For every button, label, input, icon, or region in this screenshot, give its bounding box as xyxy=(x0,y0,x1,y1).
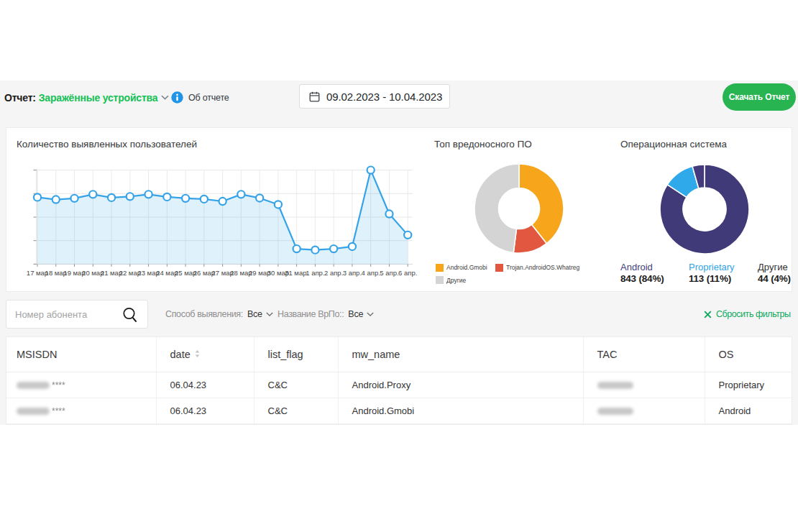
about-report-label[interactable]: Об отчете xyxy=(188,93,229,103)
redacted-msisdn xyxy=(17,408,50,415)
legend-item: Trojan.AndroidOS.Whatreg xyxy=(495,264,579,272)
table-cell xyxy=(583,372,705,398)
chevron-down-icon xyxy=(161,95,169,100)
table-cell: Android xyxy=(705,398,792,423)
table-cell: **** xyxy=(6,398,156,423)
masked-suffix: **** xyxy=(52,380,65,390)
column-header-list_flag: list_flag xyxy=(254,337,338,372)
table-row[interactable]: ****06.04.23C&CAndroid.GmobiAndroid xyxy=(6,398,792,423)
legend-label: Другие xyxy=(446,277,466,284)
malware-name-label: Название ВрПо:: xyxy=(278,309,344,319)
report-select[interactable]: Заражённые устройства xyxy=(39,92,170,104)
column-header-os: OS xyxy=(705,337,792,372)
svg-text:4 апр.: 4 апр. xyxy=(362,269,380,277)
date-range-picker[interactable]: 09.02.2023 - 10.04.2023 xyxy=(299,84,450,109)
download-report-button[interactable]: Скачать Отчет xyxy=(723,83,796,111)
redacted-tac xyxy=(597,382,633,389)
table-cell xyxy=(6,423,156,425)
os-donut-title: Операционная система xyxy=(620,139,727,150)
legend-label: Android.Gmobi xyxy=(446,264,487,271)
redacted-tac xyxy=(597,408,633,415)
table-cell xyxy=(583,423,705,425)
malware-name-filter[interactable]: Название ВрПо:: Все xyxy=(278,292,374,336)
table-cell: 06.04.23 xyxy=(156,398,254,423)
column-header-date[interactable]: date xyxy=(156,337,254,372)
column-header-msisdn: MSISDN xyxy=(6,337,156,372)
dashboard-screen: Отчет: Заражённые устройства Об отчете xyxy=(0,0,798,532)
close-icon xyxy=(704,311,712,318)
table-cell: Proprietary xyxy=(705,372,792,398)
os-stat: Proprietary113 (11%) xyxy=(689,262,735,284)
table-body: ****06.04.23C&CAndroid.ProxyProprietary*… xyxy=(6,372,792,425)
table-row-clipped xyxy=(6,423,792,425)
legend-item: Android.Gmobi xyxy=(436,264,487,272)
os-stat-name: Другие xyxy=(758,262,791,272)
os-stat: Другие44 (4%) xyxy=(758,262,791,284)
legend-swatch xyxy=(436,276,444,284)
report-title-group: Отчет: Заражённые устройства Об отчете xyxy=(4,81,169,114)
report-name[interactable]: Заражённые устройства xyxy=(39,92,158,104)
table-cell xyxy=(338,423,583,425)
subscriber-search-input[interactable] xyxy=(6,301,121,328)
os-stat-value: 843 (84%) xyxy=(620,273,664,284)
table-cell: Android.Proxy xyxy=(338,372,583,398)
charts-card: Количество выявленных пользователей Топ … xyxy=(6,127,792,292)
table-cell: C&C xyxy=(254,398,338,423)
legend-swatch xyxy=(436,264,444,272)
chevron-down-icon xyxy=(266,312,273,316)
redacted-msisdn xyxy=(17,382,50,389)
svg-text:2 апр.: 2 апр. xyxy=(324,269,343,277)
os-stat-name: Proprietary xyxy=(689,262,735,272)
svg-text:31 мар.: 31 мар. xyxy=(285,269,308,277)
report-header: Отчет: Заражённые устройства Об отчете xyxy=(0,81,798,127)
results-table-card: MSISDNdatelist_flagmw_nameTACOS ****06.0… xyxy=(6,336,792,425)
subscriber-search xyxy=(6,300,148,329)
masked-suffix: **** xyxy=(52,406,65,416)
table-cell: C&C xyxy=(254,372,338,398)
date-range-value[interactable]: 09.02.2023 - 10.04.2023 xyxy=(326,91,442,103)
os-stat: Android843 (84%) xyxy=(620,262,664,284)
table-cell: **** xyxy=(6,372,156,398)
search-icon[interactable] xyxy=(122,307,138,324)
column-header-mw_name: mw_name xyxy=(338,337,583,372)
table-header-row: MSISDNdatelist_flagmw_nameTACOS xyxy=(6,337,792,372)
malware-donut-title: Топ вредоносного ПО xyxy=(434,139,532,150)
reset-filters-label[interactable]: Сбросить фильтры xyxy=(716,309,791,319)
table-row[interactable]: ****06.04.23C&CAndroid.ProxyProprietary xyxy=(6,372,792,398)
svg-text:3 апр.: 3 апр. xyxy=(343,269,362,277)
table-cell: 06.04.23 xyxy=(156,372,254,398)
legend-item: Другие xyxy=(436,276,466,284)
svg-text:5 апр.: 5 апр. xyxy=(380,269,398,277)
os-donut-chart xyxy=(657,162,752,257)
results-table: MSISDNdatelist_flagmw_nameTACOS ****06.0… xyxy=(6,337,792,425)
chevron-down-icon xyxy=(367,312,374,316)
table-cell xyxy=(156,423,254,425)
table-cell: Android.Gmobi xyxy=(338,398,583,423)
column-header-tac: TAC xyxy=(583,337,705,372)
detection-method-value[interactable]: Все xyxy=(247,309,262,319)
malware-donut-chart xyxy=(472,161,567,256)
reset-filters-button[interactable]: Сбросить фильтры xyxy=(704,292,791,336)
filter-bar: Способ выявления: Все Название ВрПо:: Вс… xyxy=(0,292,798,336)
users-line-chart: 17 мар18 мар19 мар20 мар21 мар22 мар23 м… xyxy=(6,128,438,293)
table-cell xyxy=(705,423,792,425)
detection-method-label: Способ выявления: xyxy=(165,309,243,319)
table-cell xyxy=(583,398,705,423)
legend-swatch xyxy=(495,264,503,272)
calendar-icon xyxy=(309,91,320,102)
report-label: Отчет: xyxy=(4,92,36,104)
table-cell xyxy=(254,423,338,425)
about-report[interactable]: Об отчете xyxy=(171,81,229,114)
malware-name-value[interactable]: Все xyxy=(348,309,363,319)
legend-label: Trojan.AndroidOS.Whatreg xyxy=(506,264,579,271)
sort-icon[interactable] xyxy=(195,350,200,357)
svg-text:1 апр.: 1 апр. xyxy=(306,269,324,277)
svg-text:6 апр.: 6 апр. xyxy=(398,269,417,277)
os-stat-name: Android xyxy=(620,262,664,272)
detection-method-filter[interactable]: Способ выявления: Все xyxy=(165,292,273,336)
os-stat-value: 113 (11%) xyxy=(689,273,735,284)
info-icon[interactable] xyxy=(171,91,183,104)
os-stat-value: 44 (4%) xyxy=(758,273,791,284)
